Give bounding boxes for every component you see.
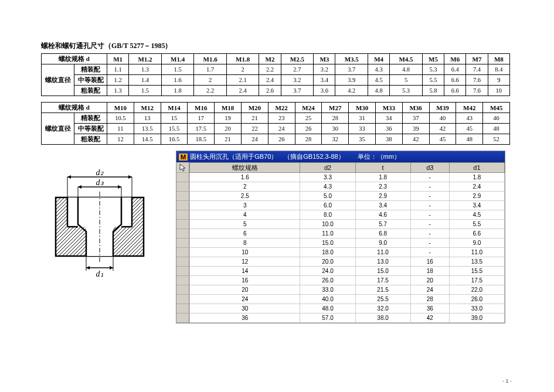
t2-cell: 13 bbox=[134, 113, 161, 124]
t2-col: M42 bbox=[456, 103, 483, 113]
t1-cell: 1.8 bbox=[161, 86, 194, 96]
spread-cell: 9.0 bbox=[355, 238, 410, 248]
t2-cell: 17 bbox=[188, 113, 215, 124]
doc-title: 螺栓和螺钉通孔尺寸（GB/T 5277－1985） bbox=[41, 41, 513, 51]
t1-cell: 1.6 bbox=[161, 75, 194, 86]
t2-cell: 34 bbox=[375, 113, 402, 124]
t2-cell: 35 bbox=[349, 134, 376, 145]
spread-cell: 38.0 bbox=[355, 313, 410, 323]
t1-cell: 5.8 bbox=[422, 86, 444, 96]
t1-cell: 7.6 bbox=[466, 86, 488, 96]
spread-cell: 1.8 bbox=[449, 173, 504, 182]
t2-cell: 23 bbox=[268, 113, 295, 124]
spread-cell: 2.5 bbox=[190, 192, 300, 201]
spread-cell: - bbox=[410, 182, 449, 192]
spread-row-gutter bbox=[176, 162, 189, 323]
spread-cell: 36 bbox=[410, 304, 449, 313]
t1-cell: 3.2 bbox=[281, 75, 314, 86]
t1-cell: 1.5 bbox=[161, 64, 194, 75]
t1-cell: 6.6 bbox=[444, 86, 466, 96]
spread-cell: - bbox=[410, 220, 449, 229]
spread-cell: 28 bbox=[410, 295, 449, 304]
t1-cell: 7.4 bbox=[466, 64, 488, 75]
spread-cell: - bbox=[410, 173, 449, 182]
t1-col: M4.5 bbox=[390, 54, 423, 64]
spread-header-row: 螺纹规格 d2 t d3 d1 bbox=[190, 163, 505, 173]
spread-row: 2033.021.52422.0 bbox=[190, 285, 505, 295]
spread-cell: 1.6 bbox=[190, 173, 300, 182]
t1-hdr-label: 螺纹规格 d bbox=[42, 54, 107, 64]
spread-cell: 9.0 bbox=[449, 238, 504, 248]
t2-col: M27 bbox=[322, 103, 349, 113]
t1-col: M7 bbox=[466, 54, 488, 64]
spread-cell: 36 bbox=[190, 313, 300, 323]
t2-cell: 28 bbox=[322, 113, 349, 124]
t1-cell: 10 bbox=[488, 86, 509, 96]
spread-cell: - bbox=[410, 201, 449, 210]
t2-cell: 31 bbox=[349, 113, 376, 124]
spread-hdr: d2 bbox=[300, 163, 355, 173]
t2-rowlabel: 精装配 bbox=[74, 113, 107, 124]
spread-hdr: 螺纹规格 bbox=[190, 163, 300, 173]
t2-cell: 39 bbox=[402, 124, 429, 134]
t1-cell: 4.2 bbox=[335, 86, 368, 96]
t2-cell: 10.5 bbox=[107, 113, 134, 124]
spread-cell: 5.5 bbox=[449, 220, 504, 229]
spread-cell: 15.0 bbox=[355, 267, 410, 276]
t1-cell: 1.1 bbox=[107, 64, 129, 75]
spread-row: 3657.038.04239.0 bbox=[190, 313, 505, 323]
spread-cell: 4.5 bbox=[449, 210, 504, 220]
spread-cell: 20.0 bbox=[300, 257, 355, 267]
t1-cell: 2.2 bbox=[194, 86, 227, 96]
spread-cell: 2.9 bbox=[449, 192, 504, 201]
spread-hdr: d1 bbox=[449, 163, 504, 173]
spread-cell: 4.6 bbox=[355, 210, 410, 220]
t2-hdr-label: 螺纹规格 d bbox=[42, 103, 107, 113]
t1-col: M5 bbox=[422, 54, 444, 64]
t2-col: M18 bbox=[215, 103, 242, 113]
t1-cell: 3.2 bbox=[314, 64, 335, 75]
t2-col: M16 bbox=[188, 103, 215, 113]
t1-cell: 4.3 bbox=[368, 64, 389, 75]
spread-cell: 17.5 bbox=[449, 276, 504, 285]
t2-rowgroup: 螺纹直径 bbox=[42, 113, 74, 145]
spread-cell: 5 bbox=[190, 220, 300, 229]
dim-d1: d₁ bbox=[96, 270, 104, 278]
t2-cell: 30 bbox=[322, 124, 349, 134]
spread-cell: 3.3 bbox=[300, 173, 355, 182]
t1-cell: 4.8 bbox=[390, 64, 423, 75]
spread-row: 2.55.02.9-2.9 bbox=[190, 192, 505, 201]
spread-cell: 20 bbox=[410, 276, 449, 285]
t1-col: M1.4 bbox=[161, 54, 194, 64]
t1-cell: 1.3 bbox=[107, 86, 129, 96]
spread-cell: 40.0 bbox=[300, 295, 355, 304]
spread-cell: 25.5 bbox=[355, 295, 410, 304]
spread-row: 1.63.31.8-1.8 bbox=[190, 173, 505, 182]
t2-cell: 28 bbox=[295, 134, 322, 145]
spread-cell: 4.3 bbox=[300, 182, 355, 192]
t2-cell: 15.5 bbox=[161, 124, 188, 134]
spread-cell: 26.0 bbox=[449, 295, 504, 304]
t2-cell: 24 bbox=[268, 124, 295, 134]
t1-cell: 1.4 bbox=[129, 75, 162, 86]
spread-cell: 5.7 bbox=[355, 220, 410, 229]
t1-cell: 5.5 bbox=[422, 75, 444, 86]
spread-title-prefix: M bbox=[179, 154, 188, 161]
spread-cell: - bbox=[410, 192, 449, 201]
spread-hdr: t bbox=[355, 163, 410, 173]
t2-col: M30 bbox=[349, 103, 376, 113]
spread-cell: 48.0 bbox=[300, 304, 355, 313]
spread-cell: 2.3 bbox=[355, 182, 410, 192]
t1-col: M3 bbox=[314, 54, 335, 64]
spread-cell: 8 bbox=[190, 238, 300, 248]
t1-cell: 4.5 bbox=[368, 75, 389, 86]
spread-row: 1018.011.0-11.0 bbox=[190, 248, 505, 257]
spread-cell: 17.5 bbox=[355, 276, 410, 285]
spread-cell: 13.0 bbox=[355, 257, 410, 267]
t2-cell: 33 bbox=[349, 124, 376, 134]
spread-cell: 6 bbox=[190, 229, 300, 238]
t2-cell: 24 bbox=[241, 134, 268, 145]
t1-cell: 3.7 bbox=[335, 64, 368, 75]
t1-col: M1.6 bbox=[194, 54, 227, 64]
spread-cell: 10.0 bbox=[300, 220, 355, 229]
